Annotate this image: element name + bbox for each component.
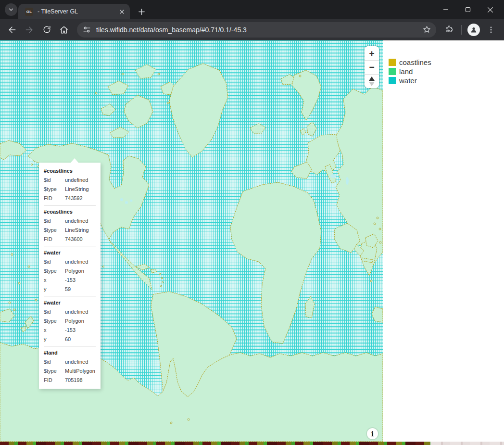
tab-close-button[interactable] xyxy=(117,7,126,16)
minimize-icon xyxy=(443,7,449,13)
legend-item-coastlines: coastlines xyxy=(389,58,504,67)
popup-property-row: x-153 xyxy=(44,276,96,285)
property-key: FID xyxy=(44,235,65,244)
property-key: $type xyxy=(44,185,65,194)
address-bar[interactable]: tiles.wifidb.net/data/osm_basemap/#0.71/… xyxy=(77,22,436,38)
property-value: Polygon xyxy=(65,317,84,326)
kebab-menu-icon xyxy=(487,26,495,34)
south-arrow-icon xyxy=(369,82,375,86)
property-value: -153 xyxy=(65,276,76,285)
popup-property-rows: $idundefined$typeLineStringFID743600 xyxy=(44,216,96,244)
property-key: $id xyxy=(44,257,65,267)
legend-item-water: water xyxy=(389,76,504,85)
property-key: $type xyxy=(44,367,65,376)
property-key: $id xyxy=(44,176,65,185)
legend-label: land xyxy=(399,68,413,75)
popup-feature-block: #water $idundefined$typePolygonx-153y60 xyxy=(44,296,96,344)
site-settings-icon xyxy=(83,25,91,34)
person-icon xyxy=(470,26,478,34)
property-key: y xyxy=(44,335,65,344)
chevron-down-icon xyxy=(8,6,14,13)
home-button[interactable] xyxy=(56,22,72,38)
popup-feature-block: #coastlines $idundefined$typeLineStringF… xyxy=(44,166,96,203)
popup-property-row: $typePolygon xyxy=(44,267,96,276)
popup-body: #coastlines $idundefined$typeLineStringF… xyxy=(39,163,101,389)
reload-button[interactable] xyxy=(38,22,55,38)
home-icon xyxy=(59,25,69,35)
antarctica-edge-tiles xyxy=(0,442,430,445)
property-value: LineString xyxy=(65,185,89,194)
puzzle-icon xyxy=(445,25,454,34)
property-value: undefined xyxy=(65,176,88,185)
url-text[interactable]: tiles.wifidb.net/data/osm_basemap/#0.71/… xyxy=(96,26,420,34)
map-navigation-control: + − xyxy=(365,46,379,88)
popup-property-rows: $idundefined$typePolygonx-153y59 xyxy=(44,257,96,294)
popup-layer-name: #water xyxy=(44,298,96,307)
popup-property-row: $idundefined xyxy=(44,216,96,226)
browser-titlebar: GL - TileServer GL xyxy=(0,0,504,19)
map-bottom-edge xyxy=(0,442,504,445)
property-key: y xyxy=(44,285,65,294)
browser-tab[interactable]: GL - TileServer GL xyxy=(18,4,130,19)
popup-property-row: $idundefined xyxy=(44,357,96,367)
zoom-out-button[interactable]: − xyxy=(365,60,379,74)
popup-property-row: $typeMultiPolygon xyxy=(44,367,96,376)
property-value: undefined xyxy=(65,357,88,367)
property-key: $type xyxy=(44,226,65,235)
back-arrow-icon xyxy=(7,25,17,35)
popup-property-rows: $idundefined$typeMultiPolygonFID705198 xyxy=(44,357,96,385)
toolbar-divider xyxy=(461,25,462,35)
popup-property-row: y60 xyxy=(44,335,96,344)
property-value: undefined xyxy=(65,216,88,226)
property-value: 743600 xyxy=(65,235,83,244)
tab-title: - TileServer GL xyxy=(38,8,117,15)
compass-button[interactable] xyxy=(365,74,379,88)
legend-color-swatch xyxy=(389,77,396,84)
popup-feature-block: #land $idundefined$typeMultiPolygonFID70… xyxy=(44,346,96,385)
popup-layer-name: #water xyxy=(44,248,96,257)
profile-button[interactable] xyxy=(466,22,482,38)
maximize-icon xyxy=(465,7,471,13)
legend-color-swatch xyxy=(389,68,396,75)
property-key: $type xyxy=(44,267,65,276)
back-button[interactable] xyxy=(4,22,20,38)
popup-feature-block: #water $idundefined$typePolygonx-153y59 xyxy=(44,246,96,294)
layer-legend: coastlines land water xyxy=(389,58,504,85)
property-key: $id xyxy=(44,357,65,367)
forward-button[interactable] xyxy=(21,22,38,38)
property-key: x xyxy=(44,326,65,335)
plus-icon xyxy=(138,8,145,15)
legend-label: water xyxy=(399,77,417,84)
popup-layer-name: #coastlines xyxy=(44,166,96,176)
property-value: 60 xyxy=(65,335,71,344)
minimize-button[interactable] xyxy=(435,0,457,19)
popup-property-row: FID743592 xyxy=(44,194,96,203)
property-value: 705198 xyxy=(65,376,83,385)
bookmark-button[interactable] xyxy=(420,23,433,37)
browser-toolbar: tiles.wifidb.net/data/osm_basemap/#0.71/… xyxy=(0,19,504,40)
map-canvas[interactable]: + − #coastlines $idundefined$typeLineStr… xyxy=(0,40,383,442)
popup-property-row: $idundefined xyxy=(44,307,96,317)
feature-inspect-popup: #coastlines $idundefined$typeLineStringF… xyxy=(39,163,101,389)
popup-property-row: $typeLineString xyxy=(44,185,96,194)
attribution-info-button[interactable]: i xyxy=(367,428,378,439)
property-value: 59 xyxy=(65,285,71,294)
maximize-button[interactable] xyxy=(457,0,479,19)
close-window-button[interactable] xyxy=(479,0,501,19)
extensions-button[interactable] xyxy=(441,22,457,38)
tab-favicon: GL xyxy=(25,8,33,16)
menu-button[interactable] xyxy=(483,22,499,38)
zoom-in-button[interactable]: + xyxy=(365,46,379,60)
star-icon xyxy=(423,25,431,34)
avatar xyxy=(467,24,480,36)
tab-search-button[interactable] xyxy=(5,3,17,16)
property-value: -153 xyxy=(65,326,76,335)
legend-item-land: land xyxy=(389,67,504,76)
popup-property-row: y59 xyxy=(44,285,96,294)
popup-property-row: FID705198 xyxy=(44,376,96,385)
close-icon xyxy=(487,7,493,13)
page-bottom-edge xyxy=(430,442,504,445)
property-value: MultiPolygon xyxy=(65,367,95,376)
site-info-button[interactable] xyxy=(80,23,93,37)
new-tab-button[interactable] xyxy=(135,5,148,18)
